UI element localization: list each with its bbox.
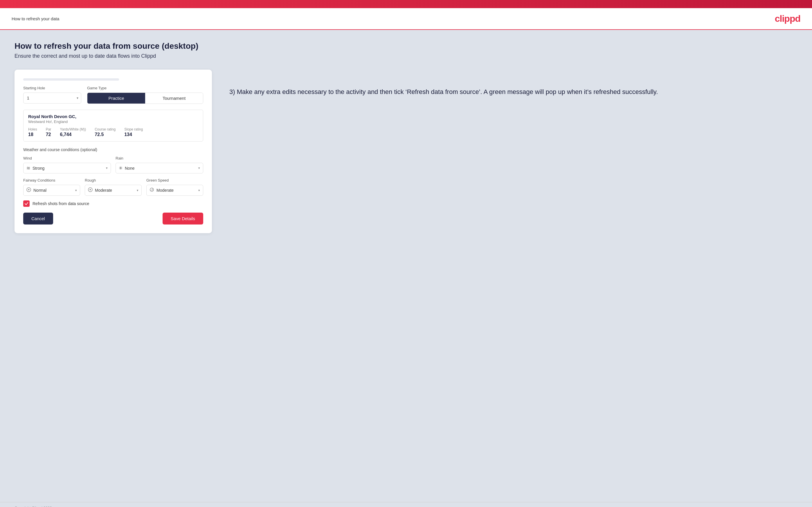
content-area: Starting Hole 1 ▾ Game Type Practice Tou… [14, 70, 798, 233]
rain-group: Rain ✳ None ▾ [115, 156, 203, 173]
wind-dropdown[interactable]: ≋ Strong ▾ [23, 163, 111, 173]
fairway-group: Fairway Conditions Normal ▾ [23, 178, 80, 196]
green-speed-value: Moderate [156, 188, 198, 192]
form-card: Starting Hole 1 ▾ Game Type Practice Tou… [14, 70, 212, 233]
page-subtitle: Ensure the correct and most up to date d… [14, 53, 798, 59]
starting-hole-label: Starting Hole [23, 86, 81, 90]
fairway-value: Normal [33, 188, 75, 192]
logo: clippd [775, 13, 800, 24]
save-details-button[interactable]: Save Details [163, 213, 203, 225]
footer: Copyright Clippd 2022 [0, 502, 812, 507]
conditions-section-title: Weather and course conditions (optional) [23, 147, 203, 152]
game-type-label: Game Type [87, 86, 203, 90]
starting-hole-select-wrapper: 1 ▾ [23, 93, 81, 104]
rain-value: None [125, 166, 198, 171]
cancel-button[interactable]: Cancel [23, 213, 53, 225]
rough-label: Rough [85, 178, 142, 182]
course-info-box: Royal North Devon GC, Westward Ho!, Engl… [23, 110, 203, 142]
refresh-checkbox-label: Refresh shots from data source [33, 201, 89, 206]
side-description: 3) Make any extra edits necessary to the… [230, 70, 798, 97]
wind-label: Wind [23, 156, 111, 160]
holes-stat: Holes 18 [28, 127, 37, 137]
rain-chevron-icon: ▾ [198, 166, 200, 170]
wind-chevron-icon: ▾ [106, 166, 108, 170]
green-speed-dropdown[interactable]: Moderate ▾ [146, 185, 203, 196]
par-label: Par [46, 127, 51, 131]
copyright: Copyright Clippd 2022 [14, 506, 52, 507]
top-stub [23, 78, 119, 80]
starting-hole-gametype-row: Starting Hole 1 ▾ Game Type Practice Tou… [23, 86, 203, 104]
wind-icon: ≋ [27, 165, 30, 171]
game-type-group: Game Type Practice Tournament [87, 86, 203, 104]
par-stat: Par 72 [46, 127, 51, 137]
fairway-dropdown[interactable]: Normal ▾ [23, 185, 80, 196]
wind-rain-row: Wind ≋ Strong ▾ Rain ✳ None ▾ [23, 156, 203, 173]
header: How to refresh your data clippd [0, 8, 812, 30]
fairway-rough-green-row: Fairway Conditions Normal ▾ Rough [23, 178, 203, 196]
green-speed-icon [150, 187, 154, 193]
green-speed-chevron-icon: ▾ [198, 188, 200, 192]
holes-value: 18 [28, 132, 37, 137]
side-description-text: 3) Make any extra edits necessary to the… [230, 87, 798, 97]
slope-rating-label: Slope rating [124, 127, 143, 131]
course-rating-stat: Course rating 72.5 [95, 127, 115, 137]
course-rating-label: Course rating [95, 127, 115, 131]
page-title: How to refresh your data from source (de… [14, 42, 798, 51]
yards-label: Yards/White (M)) [60, 127, 86, 131]
rough-dropdown[interactable]: Moderate ▾ [85, 185, 142, 196]
tournament-button[interactable]: Tournament [145, 93, 203, 104]
form-actions: Cancel Save Details [23, 213, 203, 225]
game-type-buttons: Practice Tournament [87, 93, 203, 104]
rough-group: Rough Moderate ▾ [85, 178, 142, 196]
fairway-chevron-icon: ▾ [75, 188, 77, 192]
green-speed-group: Green Speed Moderate ▾ [146, 178, 203, 196]
rough-chevron-icon: ▾ [137, 188, 139, 192]
main-content: How to refresh your data from source (de… [0, 30, 812, 502]
rough-icon [88, 187, 93, 193]
yards-stat: Yards/White (M)) 6,744 [60, 127, 86, 137]
refresh-checkbox-row: Refresh shots from data source [23, 201, 203, 207]
rain-icon: ✳ [119, 165, 122, 171]
par-value: 72 [46, 132, 51, 137]
starting-hole-select[interactable]: 1 [23, 93, 81, 104]
course-rating-value: 72.5 [95, 132, 115, 137]
fairway-icon [27, 187, 31, 193]
rain-dropdown[interactable]: ✳ None ▾ [115, 163, 203, 173]
practice-button[interactable]: Practice [87, 93, 145, 104]
wind-group: Wind ≋ Strong ▾ [23, 156, 111, 173]
breadcrumb: How to refresh your data [12, 16, 59, 21]
fairway-label: Fairway Conditions [23, 178, 80, 182]
green-speed-label: Green Speed [146, 178, 203, 182]
starting-hole-group: Starting Hole 1 ▾ [23, 86, 81, 104]
course-name: Royal North Devon GC, [28, 114, 198, 119]
wind-value: Strong [33, 166, 106, 171]
holes-label: Holes [28, 127, 37, 131]
yards-value: 6,744 [60, 132, 86, 137]
course-stats: Holes 18 Par 72 Yards/White (M)) 6,744 C… [28, 127, 198, 137]
slope-rating-value: 134 [124, 132, 143, 137]
rough-value: Moderate [95, 188, 137, 192]
top-bar [0, 0, 812, 8]
rain-label: Rain [115, 156, 203, 160]
refresh-checkbox[interactable] [23, 201, 30, 207]
course-location: Westward Ho!, England [28, 119, 198, 124]
svg-line-3 [152, 189, 153, 190]
slope-rating-stat: Slope rating 134 [124, 127, 143, 137]
